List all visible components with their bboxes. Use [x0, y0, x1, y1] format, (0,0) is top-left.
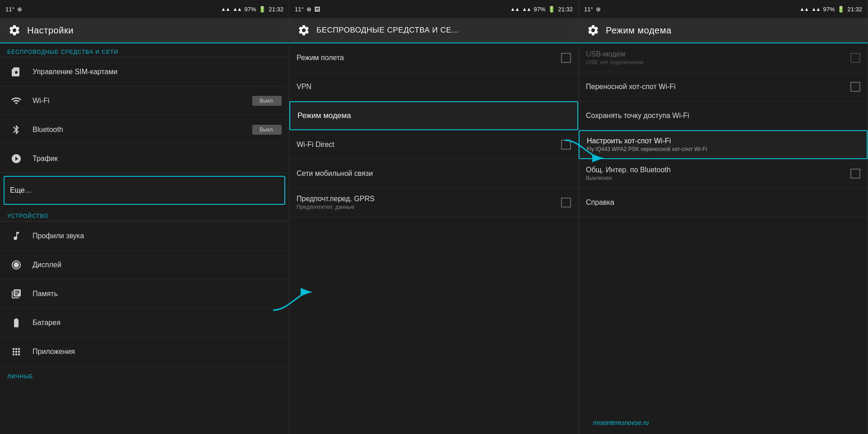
- usb-content: USB-модем USB: нет подключения: [586, 50, 847, 66]
- battery-label-menu: Батарея: [33, 319, 282, 327]
- section-header-wireless: БЕСПРОВОДНЫЕ СРЕДСТВА И СЕТИ: [0, 43, 289, 57]
- section-header-personal: ЛИЧНЫЕ: [0, 368, 289, 382]
- menu-item-bluetooth[interactable]: Bluetooth Выкл.: [0, 115, 289, 144]
- airplane-checkbox[interactable]: [561, 53, 571, 63]
- bluetooth-tether-subtitle: Выключен: [586, 175, 847, 181]
- usb-checkbox[interactable]: [850, 53, 860, 63]
- menu-item-sound[interactable]: Профили звука: [0, 222, 289, 250]
- hotspot-checkbox[interactable]: [850, 82, 860, 92]
- wifidirect-label: Wi-Fi Direct: [297, 141, 557, 149]
- menu-item-wifidirect[interactable]: Wi-Fi Direct: [289, 130, 578, 159]
- settings-icon-3: [586, 23, 600, 38]
- airplane-label: Режим полета: [297, 54, 557, 62]
- wifi-label: Wi-Fi: [33, 97, 252, 105]
- wifi-icon: [7, 92, 25, 110]
- menu-item-help[interactable]: Справка: [579, 188, 868, 217]
- sound-icon: [7, 227, 25, 245]
- sim-icon: [7, 63, 25, 81]
- menu-item-vpn[interactable]: VPN: [289, 72, 578, 101]
- menu-item-usb[interactable]: USB-модем USB: нет подключения: [579, 43, 868, 72]
- sim-label: Управление SIM-картами: [33, 68, 282, 76]
- menu-item-memory[interactable]: Память: [0, 279, 289, 308]
- menu-item-wifi[interactable]: Wi-Fi Выкл.: [0, 86, 289, 115]
- display-icon: [7, 256, 25, 274]
- wifidirect-content: Wi-Fi Direct: [297, 141, 557, 149]
- status-left-3: 11° ⊕: [584, 6, 601, 13]
- panel-settings: 11° ⊕ ▲▲ ▲▲ 97% 🔋 21:32 Настройки БЕСПРО…: [0, 0, 289, 434]
- menu-item-battery[interactable]: Батарея: [0, 308, 289, 337]
- title-bar-2: БЕСПРОВОДНЫЕ СРЕДСТВА И СЕ...: [289, 18, 578, 43]
- page-title-1: Настройки: [27, 25, 74, 36]
- traffic-icon: [7, 150, 25, 168]
- signal-icon-3: ▲▲: [510, 6, 519, 12]
- menu-item-apps[interactable]: Приложения: [0, 337, 289, 366]
- bluetooth-tether-checkbox[interactable]: [850, 169, 860, 179]
- menu-item-configure-hotspot[interactable]: Настроить хот-спот Wi-Fi Fly IQ443 WPA2 …: [579, 130, 868, 159]
- hotspot-content: Переносной хот-спот Wi-Fi: [586, 83, 847, 91]
- notification-icon-2: ⊕: [307, 6, 311, 13]
- configure-hotspot-label: Настроить хот-спот Wi-Fi: [587, 137, 859, 145]
- battery-label: 97%: [244, 6, 256, 13]
- menu-item-more[interactable]: Еще…: [4, 176, 285, 205]
- time-label-3: 21:32: [847, 6, 862, 13]
- configure-hotspot-subtitle: Fly IQ443 WPA2 PSK переносной хот-спот W…: [587, 146, 859, 152]
- status-right-1: ▲▲ ▲▲ 97% 🔋 21:32: [221, 6, 283, 13]
- signal-icon-6: ▲▲: [811, 6, 821, 12]
- notification-icon-3: ⊕: [596, 6, 601, 13]
- signal-icon-4: ▲▲: [522, 6, 531, 12]
- arrow-1-2: [271, 288, 316, 316]
- battery-label-2: 97%: [533, 6, 545, 13]
- display-label: Дисплей: [33, 261, 282, 269]
- battery-icon-menu: [7, 314, 25, 332]
- signal-icon-5: ▲▲: [800, 6, 809, 12]
- panel-modem-mode: 11° ⊕ ▲▲ ▲▲ 97% 🔋 21:32 Режим модема USB…: [579, 0, 868, 434]
- usb-subtitle: USB: нет подключения: [586, 59, 847, 66]
- title-bar-1: Настройки: [0, 18, 289, 43]
- menu-item-gprs[interactable]: Предпочт.перед. GPRS Предпочтител. данны…: [289, 188, 578, 217]
- battery-icon-3: 🔋: [837, 6, 844, 13]
- bluetooth-toggle[interactable]: Выкл.: [252, 125, 282, 135]
- menu-item-hotspot[interactable]: Переносной хот-спот Wi-Fi: [579, 72, 868, 101]
- settings-icon: [7, 23, 22, 38]
- temp-label-3: 11°: [584, 6, 593, 13]
- configure-hotspot-content: Настроить хот-спот Wi-Fi Fly IQ443 WPA2 …: [587, 137, 859, 152]
- menu-item-mobile[interactable]: Сети мобильной связи: [289, 159, 578, 188]
- usb-label: USB-модем: [586, 50, 847, 58]
- arrow-2-3: [562, 136, 608, 165]
- help-content: Справка: [586, 198, 860, 207]
- panel-wireless: 11° ⊕ 🖼 ▲▲ ▲▲ 97% 🔋 21:32 БЕСПРОВОДНЫЕ С…: [289, 0, 579, 434]
- mobile-label: Сети мобильной связи: [297, 170, 571, 178]
- bluetooth-tether-label: Общ. Интер. по Bluetooth: [586, 166, 847, 174]
- gprs-subtitle: Предпочтител. данные: [297, 204, 557, 210]
- save-hotspot-content: Сохранять точку доступа Wi-Fi: [586, 112, 860, 120]
- modem-label: Режим модема: [297, 111, 570, 120]
- hotspot-label: Переносной хот-спот Wi-Fi: [586, 83, 847, 91]
- apps-label: Приложения: [33, 348, 282, 356]
- section-header-device: УСТРОЙСТВО: [0, 208, 289, 222]
- mobile-content: Сети мобильной связи: [297, 170, 571, 178]
- status-bar-3: 11° ⊕ ▲▲ ▲▲ 97% 🔋 21:32: [579, 0, 868, 18]
- menu-item-sim[interactable]: Управление SIM-картами: [0, 57, 289, 86]
- time-label-2: 21:32: [558, 6, 573, 13]
- status-bar-1: 11° ⊕ ▲▲ ▲▲ 97% 🔋 21:32: [0, 0, 289, 18]
- gprs-label: Предпочт.перед. GPRS: [297, 195, 557, 203]
- vpn-label: VPN: [297, 83, 571, 91]
- sound-label: Профили звука: [33, 232, 282, 240]
- menu-item-traffic[interactable]: Трафик: [0, 144, 289, 173]
- bluetooth-tether-content: Общ. Интер. по Bluetooth Выключен: [586, 166, 847, 181]
- wifi-toggle[interactable]: Выкл.: [252, 96, 282, 106]
- status-right-2: ▲▲ ▲▲ 97% 🔋 21:32: [510, 6, 573, 13]
- menu-item-bluetooth-tether[interactable]: Общ. Интер. по Bluetooth Выключен: [579, 159, 868, 188]
- status-left-1: 11° ⊕: [5, 6, 22, 13]
- brand-link[interactable]: mneinteresnovse.ru: [586, 415, 656, 430]
- menu-item-save-hotspot[interactable]: Сохранять точку доступа Wi-Fi: [579, 101, 868, 130]
- signal-icon2: ▲▲: [233, 6, 242, 12]
- gprs-checkbox[interactable]: [561, 198, 571, 208]
- image-icon: 🖼: [314, 6, 320, 13]
- menu-item-display[interactable]: Дисплей: [0, 250, 289, 279]
- battery-label-3: 97%: [823, 6, 835, 13]
- temp-label: 11°: [5, 6, 14, 13]
- menu-item-modem[interactable]: Режим модема: [289, 101, 578, 130]
- memory-label: Память: [33, 290, 282, 298]
- menu-item-airplane[interactable]: Режим полета: [289, 43, 578, 72]
